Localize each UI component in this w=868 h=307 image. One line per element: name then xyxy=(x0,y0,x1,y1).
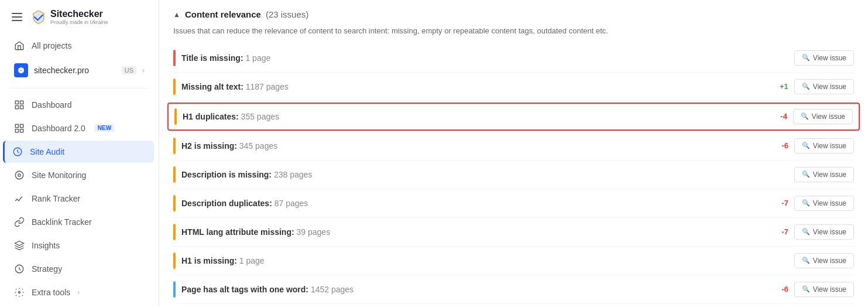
strategy-icon xyxy=(14,264,25,274)
sidebar-item-strategy[interactable]: Strategy xyxy=(5,258,154,280)
issue-indicator xyxy=(173,253,176,269)
sidebar-item-site-audit[interactable]: Site Audit xyxy=(3,141,154,163)
section-title: Content relevance xyxy=(185,9,261,19)
issue-row: Description is missing: 238 pages🔍 View … xyxy=(173,161,854,189)
issues-list: Title is missing: 1 page🔍 View issueMiss… xyxy=(159,44,868,308)
view-issue-button[interactable]: 🔍 View issue xyxy=(794,253,854,268)
site-audit-icon xyxy=(12,146,23,157)
view-issue-button[interactable]: 🔍 View issue xyxy=(794,50,854,66)
sidebar-item-all-projects[interactable]: All projects xyxy=(5,35,154,57)
issue-indicator xyxy=(173,224,176,240)
sidebar-item-extra-tools-label: Extra tools xyxy=(32,288,70,297)
issue-text: H1 is missing: 1 page xyxy=(181,256,759,265)
sidebar-item-insights-label: Insights xyxy=(32,241,60,250)
svg-rect-3 xyxy=(20,105,23,108)
project-logo-icon xyxy=(14,63,28,77)
view-issue-button[interactable]: 🔍 View issue xyxy=(794,138,854,154)
collapse-icon[interactable]: ▲ xyxy=(173,11,180,19)
insights-icon xyxy=(14,240,25,251)
issue-text: Page has alt tags with one word: 1452 pa… xyxy=(181,285,759,294)
project-region: US xyxy=(122,66,136,74)
sidebar-item-rank-tracker[interactable]: Rank Tracker xyxy=(5,187,154,210)
dashboard2-icon xyxy=(14,123,25,134)
sidebar-item-dashboard2-label: Dashboard 2.0 xyxy=(32,124,85,133)
view-issue-button[interactable]: 🔍 View issue xyxy=(794,79,854,94)
logo-text: Sitechecker Proudly made in Ukraine xyxy=(50,8,108,26)
view-issue-button[interactable]: 🔍 View issue xyxy=(794,167,854,182)
sidebar: Sitechecker Proudly made in Ukraine All … xyxy=(0,0,159,307)
logo-name: Sitechecker xyxy=(50,8,108,19)
backlink-tracker-icon xyxy=(14,217,25,227)
sidebar-item-strategy-label: Strategy xyxy=(32,264,62,274)
search-icon: 🔍 xyxy=(801,112,809,120)
search-icon: 🔍 xyxy=(802,285,810,293)
issue-text: H2 is missing: 345 pages xyxy=(181,141,759,151)
issue-text: Missing alt text: 1187 pages xyxy=(181,82,759,91)
search-icon: 🔍 xyxy=(802,228,810,236)
nav-divider xyxy=(9,88,149,88)
issue-text: Description is missing: 238 pages xyxy=(181,170,759,179)
issue-indicator xyxy=(173,79,176,95)
issue-text: H1 duplicates: 355 pages xyxy=(183,112,758,121)
sidebar-item-dashboard[interactable]: Dashboard xyxy=(5,94,154,116)
project-item[interactable]: sitechecker.pro US › xyxy=(5,57,154,83)
view-issue-button[interactable]: 🔍 View issue xyxy=(794,282,854,297)
sidebar-item-insights[interactable]: Insights xyxy=(5,234,154,257)
svg-point-12 xyxy=(19,291,20,293)
issue-row: HTML lang attribute missing: 39 pages-7🔍… xyxy=(173,218,854,247)
view-issue-button[interactable]: 🔍 View issue xyxy=(793,109,853,124)
sidebar-item-site-monitoring[interactable]: Site Monitoring xyxy=(5,164,154,186)
hamburger-menu-button[interactable] xyxy=(9,11,25,23)
search-icon: 🔍 xyxy=(802,83,810,90)
section-description: Issues that can reduce the relevance of … xyxy=(159,25,868,44)
issue-delta: -4 xyxy=(764,112,787,121)
extra-tools-icon xyxy=(14,287,25,298)
section-header: ▲ Content relevance (23 issues) xyxy=(159,0,868,25)
svg-rect-1 xyxy=(20,101,23,104)
issue-indicator xyxy=(173,166,176,183)
sidebar-item-dashboard-label: Dashboard xyxy=(32,100,72,110)
issue-delta: +1 xyxy=(765,82,788,91)
sidebar-item-backlink-tracker[interactable]: Backlink Tracker xyxy=(5,211,154,233)
monitoring-icon xyxy=(14,170,25,180)
sidebar-item-backlink-tracker-label: Backlink Tracker xyxy=(32,217,92,227)
search-icon: 🔍 xyxy=(802,199,810,207)
issue-text: Description duplicates: 87 pages xyxy=(181,199,759,208)
search-icon: 🔍 xyxy=(802,257,810,264)
issue-row: H1 is missing: 1 page🔍 View issue xyxy=(173,247,854,275)
issue-text: HTML lang attribute missing: 39 pages xyxy=(181,227,759,237)
issue-row: Description duplicates: 87 pages-7🔍 View… xyxy=(173,189,854,218)
main-content: ▲ Content relevance (23 issues) Issues t… xyxy=(159,0,868,307)
sidebar-item-site-monitoring-label: Site Monitoring xyxy=(32,170,86,180)
sidebar-item-rank-tracker-label: Rank Tracker xyxy=(32,194,80,203)
issue-row: H1 duplicates: 355 pages-4🔍 View issue xyxy=(167,103,860,131)
sidebar-item-extra-tools[interactable]: Extra tools › xyxy=(5,281,154,303)
view-issue-button[interactable]: 🔍 View issue xyxy=(794,224,854,240)
search-icon: 🔍 xyxy=(802,170,810,178)
svg-rect-5 xyxy=(20,124,23,127)
view-issue-button[interactable]: 🔍 View issue xyxy=(794,196,854,211)
issue-row: H2 is missing: 345 pages-6🔍 View issue xyxy=(173,132,854,161)
rank-tracker-icon xyxy=(14,193,25,204)
search-icon: 🔍 xyxy=(802,54,810,62)
issue-indicator xyxy=(173,281,176,298)
sidebar-header: Sitechecker Proudly made in Ukraine xyxy=(0,0,159,34)
issue-delta: -7 xyxy=(765,199,788,207)
issue-delta: -7 xyxy=(765,227,788,236)
extra-tools-chevron-icon: › xyxy=(77,288,80,296)
issue-indicator xyxy=(173,50,176,66)
svg-rect-0 xyxy=(15,101,18,104)
svg-rect-4 xyxy=(15,124,18,127)
svg-point-10 xyxy=(18,174,21,177)
logo-tagline: Proudly made in Ukraine xyxy=(50,19,108,26)
sidebar-item-dashboard2[interactable]: Dashboard 2.0 NEW xyxy=(5,117,154,139)
issue-row: Page has no strong importance elements: … xyxy=(173,304,854,308)
logo-area: Sitechecker Proudly made in Ukraine xyxy=(30,8,108,26)
sitechecker-logo-icon xyxy=(30,9,47,25)
project-chevron-icon: › xyxy=(142,66,145,74)
search-icon: 🔍 xyxy=(802,142,810,149)
issue-row: Title is missing: 1 page🔍 View issue xyxy=(173,44,854,73)
svg-rect-2 xyxy=(15,105,18,108)
issue-row: Page has alt tags with one word: 1452 pa… xyxy=(173,275,854,304)
issue-indicator xyxy=(174,108,177,125)
